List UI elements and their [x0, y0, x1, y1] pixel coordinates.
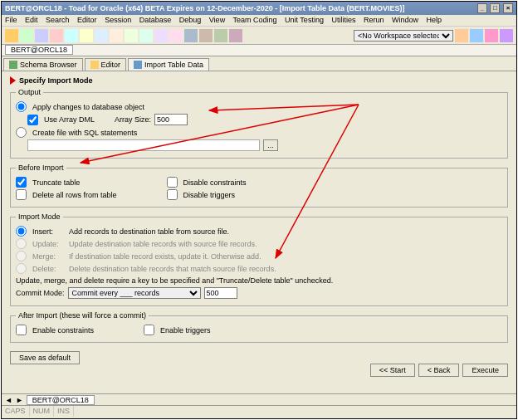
output-group: Output Apply changes to database object … — [10, 88, 508, 159]
menu-database[interactable]: Database — [139, 16, 172, 24]
status-ins: INS — [54, 406, 74, 417]
import-mode-group: Import Mode Insert:Add records to destin… — [10, 212, 508, 306]
menu-rerun[interactable]: Rerun — [364, 16, 384, 24]
tb-icon[interactable] — [50, 29, 63, 42]
editor-icon — [90, 61, 99, 69]
maximize-button[interactable]: □ — [490, 3, 500, 13]
main-window: BERT@ORCL18 - Toad for Oracle (x64) BETA… — [1, 1, 517, 419]
title-bar: BERT@ORCL18 - Toad for Oracle (x64) BETA… — [2, 2, 516, 15]
content-area: Specify Import Mode Output Apply changes… — [2, 71, 516, 393]
file-path-input[interactable] — [27, 139, 260, 151]
array-size-input[interactable] — [154, 114, 188, 125]
import-icon — [134, 61, 142, 69]
delete-all-checkbox[interactable] — [16, 189, 27, 200]
menu-editor[interactable]: Editor — [77, 16, 97, 24]
back-button[interactable]: < Back — [418, 364, 460, 377]
tb-icon[interactable] — [5, 29, 18, 42]
truncate-table-checkbox[interactable] — [16, 177, 27, 188]
tb-icon[interactable] — [214, 29, 227, 42]
before-legend: Before Import — [16, 164, 66, 172]
tb-icon[interactable] — [229, 29, 242, 42]
update-radio — [16, 238, 27, 249]
menu-help[interactable]: Help — [427, 16, 442, 24]
browse-button[interactable]: ... — [263, 139, 278, 151]
tb-icon[interactable] — [95, 29, 108, 42]
tb-icon[interactable] — [125, 29, 138, 42]
status-caps: CAPS — [2, 406, 30, 417]
tb-icon[interactable] — [20, 29, 33, 42]
workspace-select-area: <No Workspace selected> — [354, 29, 513, 42]
toolbar: <No Workspace selected> — [2, 27, 516, 45]
tab-nav-icon[interactable]: ► — [16, 396, 23, 404]
after-import-group: After Import (these will force a commit)… — [10, 311, 508, 343]
tab-schema-browser[interactable]: Schema Browser — [3, 58, 83, 71]
menu-unittesting[interactable]: Unit Testing — [285, 16, 324, 24]
menu-search[interactable]: Search — [46, 16, 70, 24]
enable-constraints-checkbox[interactable] — [16, 325, 27, 335]
menu-debug[interactable]: Debug — [179, 16, 202, 24]
tb-icon[interactable] — [80, 29, 93, 42]
enable-triggers-checkbox[interactable] — [144, 325, 154, 335]
arrow-icon — [10, 76, 16, 85]
schema-icon — [9, 61, 17, 69]
tb-icon[interactable] — [485, 29, 498, 42]
commit-mode-label: Commit Mode: — [16, 289, 65, 297]
close-button[interactable]: × — [503, 3, 513, 13]
menu-session[interactable]: Session — [105, 16, 131, 24]
wizard-buttons: << Start < Back Execute — [370, 364, 508, 377]
window-title: BERT@ORCL18 - Toad for Oracle (x64) BETA… — [5, 4, 405, 12]
create-file-radio[interactable] — [16, 127, 27, 138]
commit-mode-select[interactable]: Commit every ___ records — [68, 287, 201, 299]
bottom-conn-tab[interactable]: BERT@ORCL18 — [27, 395, 95, 405]
use-array-dml-checkbox[interactable] — [27, 115, 38, 125]
tb-icon[interactable] — [35, 29, 48, 42]
menu-file[interactable]: File — [5, 16, 17, 24]
create-file-label: Create file with SQL statements — [32, 129, 137, 137]
tb-icon[interactable] — [500, 29, 513, 42]
menu-view[interactable]: View — [209, 16, 225, 24]
before-import-group: Before Import Truncate table Delete all … — [10, 164, 508, 208]
menu-teamcoding[interactable]: Team Coding — [232, 16, 276, 24]
tb-icon[interactable] — [139, 29, 153, 42]
document-tabs: Schema Browser Editor Import Table Data — [2, 56, 516, 71]
workspace-select[interactable]: <No Workspace selected> — [354, 30, 453, 42]
status-bar: CAPS NUM INS — [2, 405, 516, 417]
connection-tab[interactable]: BERT@ORCL18 — [5, 45, 73, 55]
menu-utilities[interactable]: Utilities — [331, 16, 355, 24]
delete-radio — [16, 263, 27, 274]
tab-nav-icon[interactable]: ◄ — [5, 396, 12, 404]
execute-button[interactable]: Execute — [462, 364, 508, 377]
section-title: Specify Import Mode — [10, 76, 508, 85]
mode-note: Update, merge, and delete require a key … — [16, 276, 502, 285]
tab-import-table-data[interactable]: Import Table Data — [128, 58, 209, 71]
use-array-dml-label: Use Array DML — [44, 115, 95, 124]
array-size-label: Array Size: — [115, 115, 151, 124]
apply-changes-label: Apply changes to database object — [32, 103, 144, 111]
apply-changes-radio[interactable] — [16, 101, 27, 112]
menu-bar: File Edit Search Editor Session Database… — [2, 15, 516, 27]
menu-window[interactable]: Window — [392, 16, 418, 24]
minimize-button[interactable]: _ — [477, 3, 487, 13]
tb-icon[interactable] — [154, 29, 168, 42]
tb-icon[interactable] — [455, 29, 468, 42]
start-button[interactable]: << Start — [370, 364, 415, 377]
tb-icon[interactable] — [470, 29, 483, 42]
tb-icon[interactable] — [169, 29, 183, 42]
bottom-tabs: ◄ ► BERT@ORCL18 — [2, 393, 516, 405]
insert-radio[interactable] — [16, 226, 27, 237]
after-legend: After Import (these will force a commit) — [16, 311, 149, 320]
disable-triggers-checkbox[interactable] — [167, 189, 178, 200]
merge-radio — [16, 251, 27, 261]
tb-icon[interactable] — [65, 29, 78, 42]
output-legend: Output — [16, 88, 43, 96]
tab-editor[interactable]: Editor — [85, 58, 127, 71]
disable-constraints-checkbox[interactable] — [167, 177, 178, 188]
tb-icon[interactable] — [199, 29, 213, 42]
tb-icon[interactable] — [110, 29, 123, 42]
connection-tab-area: BERT@ORCL18 — [2, 45, 516, 56]
mode-legend: Import Mode — [16, 212, 63, 221]
menu-edit[interactable]: Edit — [25, 16, 38, 24]
tb-icon[interactable] — [184, 29, 198, 42]
save-default-button[interactable]: Save as default — [10, 351, 80, 364]
commit-count-input[interactable] — [204, 287, 237, 299]
